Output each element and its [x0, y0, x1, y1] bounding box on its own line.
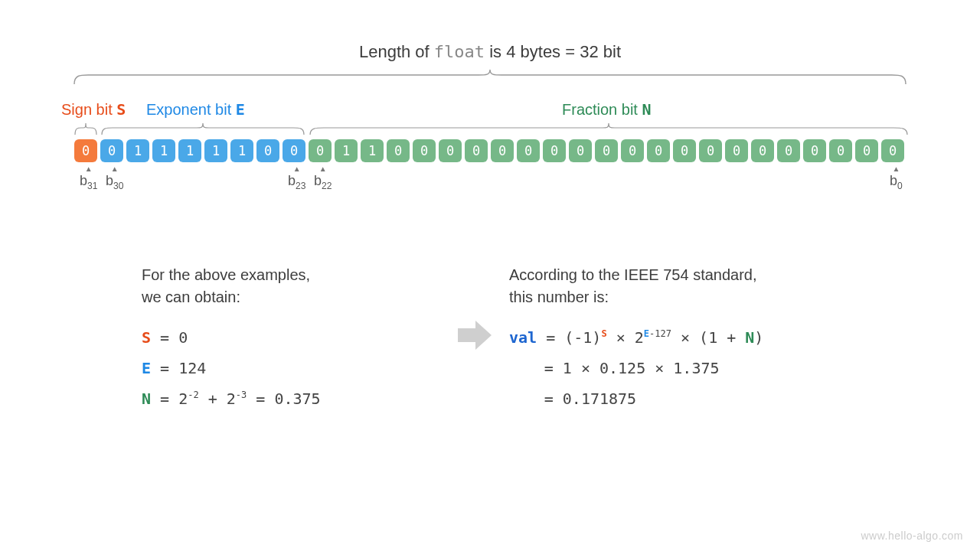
label-exponent: Exponent bit E [146, 100, 245, 119]
arrow-up-icon: ▲ [80, 165, 97, 173]
bit-frac-7: 0 [491, 139, 514, 162]
label-fraction: Fraction bit N [562, 100, 652, 119]
brace-sign [74, 121, 97, 136]
bit-frac-22: 0 [881, 139, 904, 162]
bit-sign-0: 0 [74, 139, 97, 162]
watermark: www.hello-algo.com [861, 530, 964, 542]
bit-exp-4: 1 [204, 139, 227, 162]
right-equations: val = (-1)S × 2E-127 × (1 + N) = 1 × 0.1… [509, 322, 861, 414]
left-column: For the above examples, we can obtain: S… [142, 264, 448, 414]
explanation-row: For the above examples, we can obtain: S… [142, 264, 888, 414]
bit-index-b30: ▲ b30 [106, 165, 123, 191]
left-equations: S = 0 E = 124 N = 2-2 + 2-3 = 0.375 [142, 322, 448, 414]
bit-frac-12: 0 [621, 139, 644, 162]
eq-line2: = 1 × 0.125 × 1.375 [509, 353, 861, 383]
arrow-up-icon: ▲ [314, 165, 332, 173]
bit-frac-2: 1 [361, 139, 384, 162]
bit-index-b22: ▲ b22 [314, 165, 332, 191]
sub-braces [0, 121, 980, 136]
bit-frac-5: 0 [439, 139, 462, 162]
arrow-up-icon: ▲ [288, 165, 305, 173]
bit-row: 00111110001100000000000000000000 [74, 139, 904, 162]
bit-frac-19: 0 [803, 139, 826, 162]
left-intro: For the above examples, we can obtain: [142, 264, 448, 308]
bit-index-b0: ▲ b0 [890, 165, 903, 191]
bit-frac-3: 0 [387, 139, 410, 162]
bit-frac-0: 0 [309, 139, 332, 162]
label-sign: Sign bit S [61, 100, 126, 119]
bit-exp-6: 0 [256, 139, 279, 162]
arrow-right-icon [456, 318, 494, 353]
title-pre: Length of [359, 42, 434, 61]
brace-fraction [309, 121, 909, 136]
bit-frac-21: 0 [855, 139, 878, 162]
arrow-column [448, 318, 501, 353]
right-intro: According to the IEEE 754 standard, this… [509, 264, 861, 308]
brace-exponent [100, 121, 305, 136]
bit-exp-0: 0 [100, 139, 123, 162]
bit-frac-16: 0 [725, 139, 748, 162]
bit-exp-5: 1 [230, 139, 253, 162]
bit-exp-2: 1 [152, 139, 175, 162]
bit-frac-11: 0 [595, 139, 618, 162]
eq-n-line: N = 2-2 + 2-3 = 0.375 [142, 383, 448, 414]
bit-frac-10: 0 [569, 139, 592, 162]
bit-frac-14: 0 [673, 139, 696, 162]
bit-frac-15: 0 [699, 139, 722, 162]
bit-frac-4: 0 [413, 139, 436, 162]
top-brace [73, 69, 907, 86]
diagram-title: Length of float is 4 bytes = 32 bit [0, 42, 980, 62]
title-code: float [434, 42, 485, 61]
bit-frac-18: 0 [777, 139, 800, 162]
arrow-up-icon: ▲ [106, 165, 123, 173]
bit-exp-7: 0 [283, 139, 305, 162]
right-column: According to the IEEE 754 standard, this… [509, 264, 861, 414]
bit-frac-8: 0 [517, 139, 540, 162]
bit-exp-3: 1 [178, 139, 201, 162]
bit-index-b31: ▲ b31 [80, 165, 97, 191]
bit-frac-1: 1 [335, 139, 358, 162]
eq-s-line: S = 0 [142, 322, 448, 353]
bit-frac-17: 0 [751, 139, 774, 162]
eq-val-line: val = (-1)S × 2E-127 × (1 + N) [509, 322, 861, 353]
bit-frac-13: 0 [647, 139, 670, 162]
bit-index-b23: ▲ b23 [288, 165, 305, 191]
eq-line3: = 0.171875 [509, 383, 861, 414]
bit-frac-9: 0 [543, 139, 566, 162]
eq-e-line: E = 124 [142, 353, 448, 383]
bit-frac-6: 0 [465, 139, 488, 162]
title-post: is 4 bytes = 32 bit [485, 42, 621, 61]
bit-exp-1: 1 [126, 139, 149, 162]
bit-frac-20: 0 [829, 139, 852, 162]
arrow-up-icon: ▲ [890, 165, 903, 173]
